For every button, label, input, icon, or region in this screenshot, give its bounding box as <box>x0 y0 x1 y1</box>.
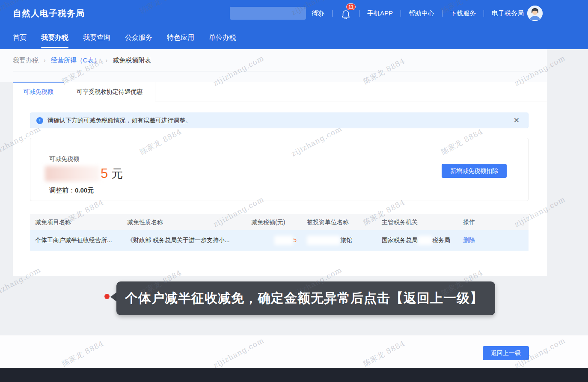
breadcrumb-band: 我要办税 › 经营所得（C表） › 减免税额附表 <box>0 49 547 82</box>
col-nature-name: 减免性质名称 <box>122 214 246 230</box>
person-icon <box>527 6 543 21</box>
authority-suffix: 税务局 <box>432 237 450 243</box>
cell-tax-authority: 国家税务总局税务局 <box>377 230 458 251</box>
breadcrumb-root[interactable]: 我要办税 <box>13 56 39 65</box>
divider <box>484 10 484 17</box>
authority-prefix: 国家税务总局 <box>382 237 418 243</box>
chevron-right-icon: › <box>44 57 46 64</box>
nav-featured-apps[interactable]: 特色应用 <box>167 27 194 49</box>
todo-link[interactable]: 待办 <box>312 9 324 18</box>
tab-deductible-amount[interactable]: 可减免税额 <box>13 82 64 101</box>
before-adjust-label: 调整前： <box>49 187 75 194</box>
mobile-app-link[interactable]: 手机APP <box>367 9 393 18</box>
deductible-amount-value: 5 元 <box>45 165 123 183</box>
amount-visible-digit: 5 <box>101 166 108 181</box>
user-avatar[interactable] <box>527 6 543 21</box>
help-center-link[interactable]: 帮助中心 <box>409 9 434 18</box>
nav-home[interactable]: 首页 <box>13 27 27 49</box>
col-tax-authority: 主管税务机关 <box>377 214 458 230</box>
page: 自然人电子税务局 待办 11 手机APP 帮助中心 下载服务 电子税务局 <box>0 0 588 382</box>
divider <box>332 10 333 17</box>
add-deduction-button[interactable]: 新增减免税额扣除 <box>442 164 507 178</box>
alert-message: 请确认下方的可减免税额情况，如有误差可进行调整。 <box>48 117 511 124</box>
notification-bell[interactable]: 11 <box>340 7 351 20</box>
nav-inquiry[interactable]: 我要查询 <box>83 27 110 49</box>
bell-icon <box>341 9 350 20</box>
search-box[interactable] <box>230 7 306 20</box>
app-title: 自然人电子税务局 <box>13 0 85 27</box>
cell-nature-name: 《财政部 税务总局关于进一步支持小... <box>122 230 246 251</box>
divider <box>359 10 359 17</box>
cell-project-name: 个体工商户减半征收经营所... <box>30 230 122 251</box>
breadcrumb: 我要办税 › 经营所得（C表） › 减免税额附表 <box>13 55 151 65</box>
col-invested-entity: 被投资单位名称 <box>302 214 377 230</box>
download-service-link[interactable]: 下载服务 <box>450 9 476 18</box>
deductible-amount-label: 可减免税额 <box>49 155 79 163</box>
tab-strip: 可减免税额 可享受税收协定待遇优惠 <box>13 82 547 101</box>
chevron-right-icon: › <box>106 57 108 64</box>
header-menu: 待办 11 手机APP 帮助中心 下载服务 电子税务局 <box>312 0 524 27</box>
table-header-row: 减免项目名称 减免性质名称 减免税额(元) 被投资单位名称 主管税务机关 操作 <box>30 214 529 230</box>
pointer-dot <box>104 294 110 299</box>
divider <box>13 71 547 71</box>
info-alert: ! 请确认下方的可减免税额情况，如有误差可进行调整。 ✕ <box>30 113 529 128</box>
cell-invested-entity: 旅馆 <box>302 230 377 251</box>
breadcrumb-current: 减免税额附表 <box>113 56 151 65</box>
content-panel: 可减免税额 可享受税收协定待遇优惠 ! 请确认下方的可减免税额情况，如有误差可进… <box>13 82 547 276</box>
redacted-amount-blur <box>45 166 100 181</box>
close-icon[interactable]: ✕ <box>511 115 522 126</box>
invested-entity-suffix: 旅馆 <box>340 237 352 243</box>
table-row: 个体工商户减半征收经营所... 《财政部 税务总局关于进一步支持小... 5 旅… <box>30 230 529 251</box>
tab-treaty-benefit[interactable]: 可享受税收协定待遇优惠 <box>64 82 155 101</box>
amount-unit: 元 <box>111 166 123 181</box>
notification-badge: 11 <box>346 3 356 10</box>
bottom-action-bar: 返回上一级 <box>0 335 588 368</box>
deductible-summary-card: 可减免税额 5 元 调整前：0.00元 新增减免税额扣除 <box>30 138 529 201</box>
page-footer <box>0 368 588 382</box>
redacted-authority-blur <box>418 236 432 245</box>
before-adjust-value: 调整前：0.00元 <box>49 187 94 195</box>
redacted-name-blur <box>307 236 340 245</box>
nav-company-tax[interactable]: 单位办税 <box>209 27 236 49</box>
delete-link[interactable]: 删除 <box>463 237 475 243</box>
guidance-text: 个体户减半征收减免，确定金额无异常后点击【返回上一级】 <box>125 290 483 307</box>
divider <box>401 10 401 17</box>
nav-public-service[interactable]: 公众服务 <box>125 27 152 49</box>
col-project-name: 减免项目名称 <box>30 214 122 230</box>
before-adjust-amount: 0.00元 <box>75 187 94 194</box>
amount-visible-digit: 5 <box>293 237 297 243</box>
cell-deduction-amount: 5 <box>246 230 302 251</box>
main-nav: 首页 我要办税 我要查询 公众服务 特色应用 单位办税 <box>0 27 588 49</box>
info-icon: ! <box>36 117 43 124</box>
cell-actions: 删除 <box>458 230 529 251</box>
col-actions: 操作 <box>458 214 529 230</box>
search-input[interactable] <box>230 7 314 20</box>
redacted-amount-blur <box>274 236 293 245</box>
breadcrumb-parent-link[interactable]: 经营所得（C表） <box>51 56 101 65</box>
app-header: 自然人电子税务局 待办 11 手机APP 帮助中心 下载服务 电子税务局 <box>0 0 588 27</box>
deduction-table: 减免项目名称 减免性质名称 减免税额(元) 被投资单位名称 主管税务机关 操作 … <box>30 214 529 251</box>
nav-tax-handling[interactable]: 我要办税 <box>41 27 68 49</box>
col-deduction-amount: 减免税额(元) <box>246 214 302 230</box>
etax-bureau-link[interactable]: 电子税务局 <box>492 9 524 18</box>
divider <box>442 10 442 17</box>
back-button[interactable]: 返回上一级 <box>483 346 529 360</box>
guidance-tooltip: 个体户减半征收减免，确定金额无异常后点击【返回上一级】 <box>116 281 495 315</box>
